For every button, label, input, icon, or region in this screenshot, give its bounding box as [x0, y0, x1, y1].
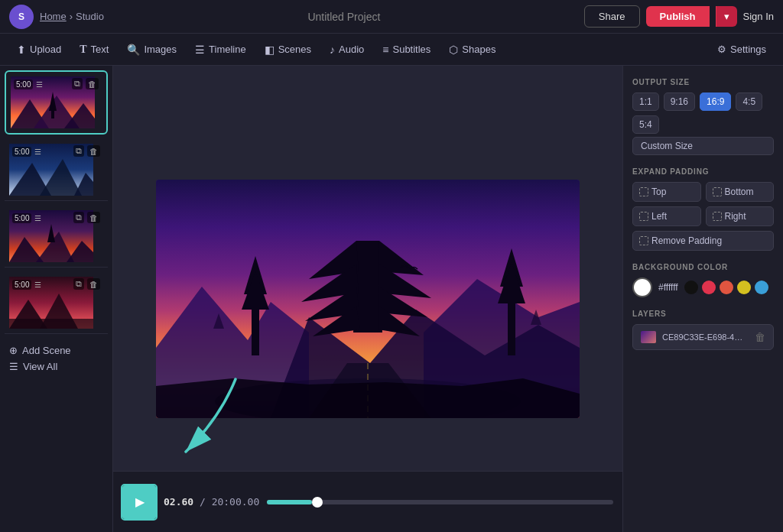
publish-button[interactable]: Publish [646, 6, 710, 27]
expand-padding-section: EXPAND PADDING Top Bottom Left Right [632, 167, 774, 251]
timeline-progress [267, 500, 312, 504]
bg-color-title: BACKGROUND COLOR [632, 263, 774, 271]
tool-subtitles[interactable]: ≡ Subtitles [375, 40, 438, 60]
ar-btn-1-1[interactable]: 1:1 [632, 92, 659, 111]
color-swatches [684, 281, 768, 294]
scene-item-3[interactable]: 5:00 ☰ ⧉ 🗑 [5, 206, 108, 268]
view-all-button[interactable]: ☰ View All [9, 361, 103, 372]
scene-copy-btn-1[interactable]: ⧉ [72, 78, 83, 89]
scene-item-2[interactable]: 5:00 ☰ ⧉ 🗑 [5, 139, 108, 201]
canvas-main[interactable] [156, 180, 580, 418]
main-area: 5:00 ☰ ⧉ 🗑 [0, 66, 783, 532]
subtitles-icon: ≡ [382, 44, 388, 56]
settings-icon: ⚙ [717, 44, 726, 55]
canvas-wrapper[interactable] [156, 180, 580, 418]
scene-copy-btn-3[interactable]: ⧉ [73, 212, 84, 223]
layer-item-1[interactable]: CE89C33E-E698-4C2D-... 🗑 [632, 324, 774, 350]
settings-button[interactable]: ⚙ Settings [710, 40, 774, 59]
layers-title: LAYERS [632, 310, 774, 318]
total-time: 20:00.00 [212, 496, 260, 508]
pad-right-label: Right [725, 211, 746, 222]
pad-right-button[interactable]: Right [706, 206, 775, 226]
swatch-red[interactable] [702, 281, 716, 294]
svg-rect-5 [51, 111, 54, 118]
pad-top-button[interactable]: Top [632, 182, 701, 202]
scene-delete-btn-4[interactable]: 🗑 [87, 278, 100, 290]
tool-upload-label: Upload [30, 44, 61, 55]
scene-menu-icon-4: ☰ [34, 281, 41, 289]
scene-item-1[interactable]: 5:00 ☰ ⧉ 🗑 [5, 70, 108, 135]
pad-bottom-icon [713, 187, 722, 196]
images-icon: 🔍 [127, 44, 140, 56]
current-time: 02.60 [164, 496, 193, 508]
layer-delete-button[interactable]: 🗑 [755, 331, 765, 343]
swatch-black[interactable] [684, 281, 698, 294]
tool-timeline[interactable]: ☰ Timeline [187, 40, 254, 60]
pad-top-label: Top [651, 187, 666, 197]
tool-subtitles-label: Subtitles [392, 44, 430, 55]
ar-btn-4-5[interactable]: 4:5 [736, 92, 762, 111]
output-size-section: OUTPUT SIZE 1:1 9:16 16:9 4:5 5:4 Custom… [632, 78, 774, 155]
tool-audio[interactable]: ♪ Audio [322, 40, 372, 60]
remove-padding-label: Remove Padding [651, 235, 722, 246]
timeline-thumb[interactable] [312, 497, 323, 508]
scene-menu-icon-2: ☰ [34, 148, 41, 156]
add-scene-button[interactable]: ⊕ Add Scene [9, 345, 103, 356]
tool-audio-label: Audio [339, 44, 364, 55]
scene-delete-btn-1[interactable]: 🗑 [86, 78, 99, 89]
play-button[interactable]: ▶ [122, 485, 156, 519]
ar-btn-9-16[interactable]: 9:16 [664, 92, 695, 111]
tool-text-label: Text [91, 44, 109, 55]
tool-shapes-label: Shapes [462, 44, 495, 55]
color-section: #ffffff [632, 277, 774, 297]
output-size-title: OUTPUT SIZE [632, 78, 774, 86]
swatch-yellow[interactable] [737, 281, 751, 294]
custom-size-button[interactable]: Custom Size [632, 137, 774, 155]
scene-item-4[interactable]: 5:00 ☰ ⧉ 🗑 [5, 272, 108, 334]
tool-images[interactable]: 🔍 Images [119, 40, 184, 60]
text-icon: T [80, 44, 86, 56]
tool-shapes[interactable]: ⬡ Shapes [441, 40, 503, 60]
canvas-area: ▶ 02.60 / 20:00.00 [113, 66, 622, 532]
scene-actions-4: ⧉ 🗑 [73, 278, 100, 290]
audio-icon: ♪ [330, 44, 335, 56]
scene-delete-btn-3[interactable]: 🗑 [87, 212, 100, 223]
logo[interactable]: S [9, 5, 34, 29]
breadcrumb-home[interactable]: Home [40, 11, 67, 22]
breadcrumb-sep: › [70, 11, 73, 22]
swatch-orange-red[interactable] [720, 281, 733, 294]
pad-bottom-button[interactable]: Bottom [706, 182, 775, 202]
pad-top-icon [639, 187, 648, 196]
scene-time-3: 5:00 [12, 213, 31, 223]
sidebar: 5:00 ☰ ⧉ 🗑 [0, 66, 113, 532]
timeline-track[interactable] [267, 500, 613, 504]
scene-time-2: 5:00 [12, 147, 31, 157]
scene-copy-btn-4[interactable]: ⧉ [73, 278, 84, 290]
timeline-icon: ☰ [195, 44, 205, 56]
scenes-icon: ◧ [265, 44, 275, 56]
add-scene-icon: ⊕ [9, 345, 18, 356]
scene-delete-btn-2[interactable]: 🗑 [87, 145, 100, 157]
share-button[interactable]: Share [584, 5, 640, 28]
scene-time-1: 5:00 [14, 79, 33, 89]
tool-timeline-label: Timeline [209, 44, 246, 55]
pad-left-button[interactable]: Left [632, 206, 701, 226]
scene-actions-2: ⧉ 🗑 [73, 145, 100, 157]
shapes-icon: ⬡ [449, 44, 458, 56]
pad-bottom-label: Bottom [725, 187, 754, 197]
publish-dropdown-button[interactable]: ▾ [716, 6, 737, 27]
tool-text[interactable]: T Text [72, 40, 116, 60]
ar-btn-16-9[interactable]: 16:9 [700, 92, 731, 111]
remove-padding-button[interactable]: Remove Padding [632, 231, 774, 251]
swatch-blue[interactable] [755, 281, 768, 294]
signin-button[interactable]: Sign In [743, 11, 774, 22]
scene-copy-btn-2[interactable]: ⧉ [73, 145, 84, 157]
ar-btn-5-4[interactable]: 5:4 [632, 115, 659, 134]
scene-menu-icon-3: ☰ [34, 214, 41, 222]
tool-scenes[interactable]: ◧ Scenes [257, 40, 319, 60]
tool-upload[interactable]: ⬆ Upload [9, 40, 69, 60]
scene-actions-3: ⧉ 🗑 [73, 212, 100, 223]
color-picker-button[interactable] [632, 277, 652, 297]
expand-padding-title: EXPAND PADDING [632, 167, 774, 176]
project-title[interactable]: Untitled Project [110, 11, 578, 23]
